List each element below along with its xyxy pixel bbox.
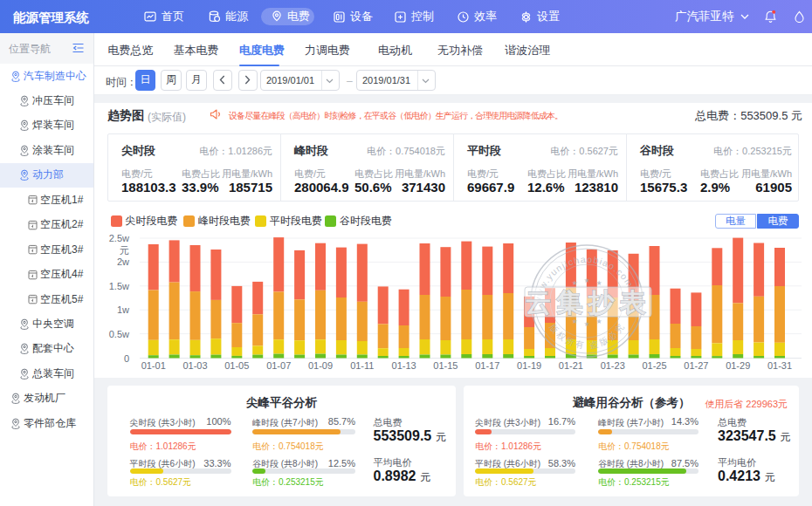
svg-text:元: 元 (120, 245, 129, 256)
svg-text:1.5w: 1.5w (109, 281, 129, 291)
svg-text:0.5w: 0.5w (109, 329, 129, 339)
svg-text:01-01: 01-01 (141, 360, 166, 371)
svg-text:1w: 1w (117, 304, 129, 315)
svg-text:云集抄表: 云集抄表 (526, 288, 651, 317)
svg-text:01-07: 01-07 (266, 360, 291, 371)
svg-text:★: ★ (571, 318, 577, 325)
svg-text:01-27: 01-27 (684, 360, 708, 371)
svg-text:★: ★ (595, 279, 602, 287)
svg-text:★: ★ (583, 320, 589, 328)
svg-text:★: ★ (583, 277, 589, 284)
svg-text:01-03: 01-03 (182, 360, 207, 371)
svg-text:01-15: 01-15 (433, 360, 458, 371)
svg-text:01-13: 01-13 (392, 360, 416, 371)
svg-text:★: ★ (595, 318, 602, 325)
svg-text:01-17: 01-17 (475, 360, 499, 371)
svg-text:01-31: 01-31 (767, 360, 792, 371)
svg-text:01-29: 01-29 (726, 360, 750, 371)
svg-text:0: 0 (124, 353, 129, 364)
svg-text:2.5w: 2.5w (109, 233, 129, 243)
svg-text:2w: 2w (117, 256, 129, 267)
svg-text:01-05: 01-05 (224, 360, 249, 371)
svg-text:01-09: 01-09 (308, 360, 333, 371)
svg-text:01-11: 01-11 (350, 360, 374, 371)
svg-text:★: ★ (571, 279, 577, 287)
